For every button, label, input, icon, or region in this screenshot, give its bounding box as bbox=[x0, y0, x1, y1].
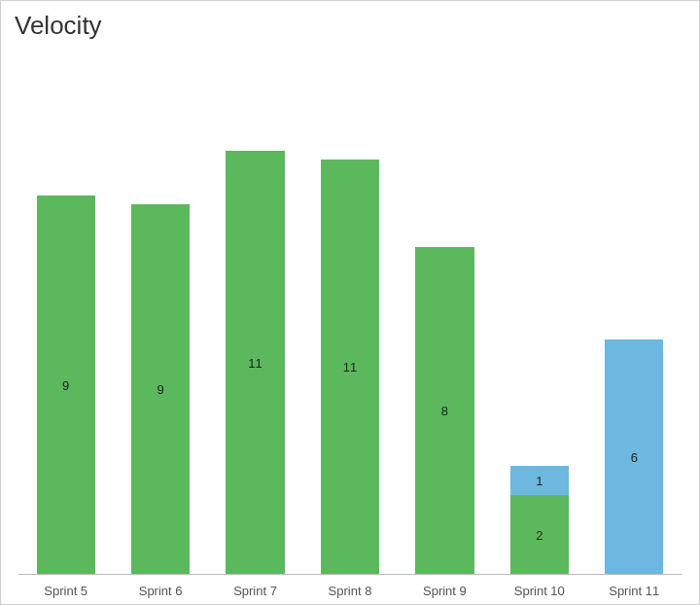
bar-segment-completed: 11 bbox=[321, 160, 379, 575]
bar-stack: 11 bbox=[226, 151, 284, 575]
x-axis-label: Sprint 7 bbox=[208, 584, 302, 598]
plot-area: 9911118126 bbox=[18, 59, 682, 575]
bar-slot: 12 bbox=[492, 59, 586, 575]
bar-slot: 9 bbox=[113, 59, 207, 575]
bar-stack: 9 bbox=[131, 204, 190, 575]
x-axis-label: Sprint 10 bbox=[492, 584, 586, 598]
bar-segment-completed: 11 bbox=[226, 151, 284, 575]
x-axis-label: Sprint 11 bbox=[587, 584, 682, 598]
bar-stack: 8 bbox=[415, 247, 473, 575]
velocity-chart: Velocity 9911118126 Sprint 5Sprint 6Spri… bbox=[0, 0, 700, 605]
bar-stack: 12 bbox=[510, 466, 569, 575]
bar-stack: 9 bbox=[37, 196, 95, 575]
bar-segment-completed: 2 bbox=[510, 495, 569, 575]
bar-segment-planned: 1 bbox=[510, 466, 569, 495]
x-axis-label: Sprint 8 bbox=[302, 584, 397, 598]
x-axis-label: Sprint 5 bbox=[18, 584, 113, 598]
bar-segment-completed: 9 bbox=[37, 196, 95, 575]
bar-stack: 11 bbox=[321, 160, 379, 575]
x-axis-label: Sprint 6 bbox=[113, 584, 207, 598]
bar-slot: 9 bbox=[18, 59, 113, 575]
chart-title: Velocity bbox=[15, 11, 102, 41]
bar-segment-planned: 6 bbox=[605, 339, 663, 575]
x-axis-label: Sprint 9 bbox=[398, 584, 492, 598]
bar-slot: 11 bbox=[208, 59, 302, 575]
bar-slot: 11 bbox=[302, 59, 397, 575]
bar-slot: 6 bbox=[587, 59, 682, 575]
x-axis-labels: Sprint 5Sprint 6Sprint 7Sprint 8Sprint 9… bbox=[18, 584, 682, 598]
bar-stack: 6 bbox=[605, 339, 663, 575]
bar-container: 9911118126 bbox=[18, 59, 682, 575]
bar-segment-completed: 8 bbox=[415, 247, 473, 575]
x-axis-line bbox=[18, 574, 682, 575]
bar-slot: 8 bbox=[398, 59, 492, 575]
bar-segment-completed: 9 bbox=[131, 204, 190, 575]
